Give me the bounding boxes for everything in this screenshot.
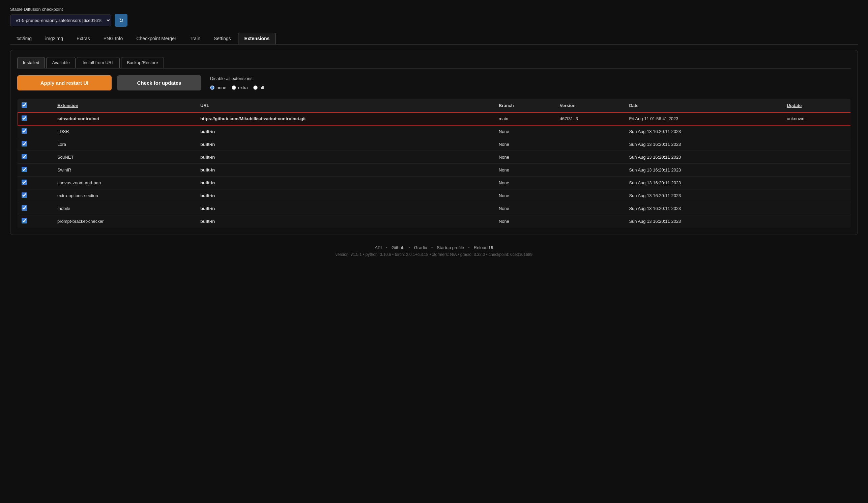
row-ext-version xyxy=(556,138,625,151)
row-checkbox-2[interactable] xyxy=(22,141,27,147)
footer-link-startup-profile[interactable]: Startup profile xyxy=(437,245,464,250)
tab-checkpoint-merger[interactable]: Checkpoint Merger xyxy=(130,33,183,44)
row-ext-name: extra-options-section xyxy=(53,189,196,202)
tab-train[interactable]: Train xyxy=(184,33,207,44)
row-ext-name: prompt-bracket-checker xyxy=(53,215,196,228)
row-ext-branch: None xyxy=(495,215,556,228)
row-ext-version xyxy=(556,177,625,189)
row-checkbox-8[interactable] xyxy=(22,218,27,223)
row-ext-branch: None xyxy=(495,125,556,138)
row-ext-branch: None xyxy=(495,151,556,164)
footer-link-github[interactable]: Github xyxy=(392,245,404,250)
row-ext-version xyxy=(556,215,625,228)
footer-link-gradio[interactable]: Gradio xyxy=(414,245,427,250)
row-ext-update: unknown xyxy=(783,112,850,125)
row-ext-url: built-in xyxy=(196,202,495,215)
subtab-install-from-url[interactable]: Install from URL xyxy=(77,57,120,68)
select-all-checkbox[interactable] xyxy=(22,102,27,108)
row-ext-url: built-in xyxy=(196,138,495,151)
col-date: Date xyxy=(625,99,783,112)
disable-extensions-group: Disable all extensions none extra all xyxy=(210,76,264,90)
check-updates-button[interactable]: Check for updates xyxy=(117,75,201,90)
row-checkbox-6[interactable] xyxy=(22,192,27,198)
row-checkbox-7[interactable] xyxy=(22,205,27,211)
tab-extras[interactable]: Extras xyxy=(70,33,96,44)
row-ext-date: Sun Aug 13 16:20:11 2023 xyxy=(625,125,783,138)
footer: API • Github • Gradio • Startup profile … xyxy=(10,245,858,257)
row-ext-url: built-in xyxy=(196,189,495,202)
row-ext-date: Sun Aug 13 16:20:11 2023 xyxy=(625,202,783,215)
table-row: mobilebuilt-inNoneSun Aug 13 16:20:11 20… xyxy=(18,202,851,215)
refresh-icon: ↻ xyxy=(119,17,123,24)
table-row: extra-options-sectionbuilt-inNoneSun Aug… xyxy=(18,189,851,202)
footer-link-reload-ui[interactable]: Reload UI xyxy=(474,245,493,250)
table-row: LDSRbuilt-inNoneSun Aug 13 16:20:11 2023 xyxy=(18,125,851,138)
row-ext-branch: None xyxy=(495,138,556,151)
action-bar: Apply and restart UI Check for updates D… xyxy=(17,75,851,90)
checkpoint-label: Stable Diffusion checkpoint xyxy=(10,7,858,12)
row-ext-date: Sun Aug 13 16:20:11 2023 xyxy=(625,164,783,177)
row-checkbox-5[interactable] xyxy=(22,180,27,185)
main-tabs: txt2img img2img Extras PNG Info Checkpoi… xyxy=(10,33,858,44)
checkpoint-select[interactable]: v1-5-pruned-emaonly.safetensors [6ce0161… xyxy=(10,14,111,26)
refresh-checkpoint-button[interactable]: ↻ xyxy=(115,14,127,27)
row-ext-update xyxy=(783,138,850,151)
row-ext-url: built-in xyxy=(196,151,495,164)
table-row: SwinIRbuilt-inNoneSun Aug 13 16:20:11 20… xyxy=(18,164,851,177)
apply-restart-button[interactable]: Apply and restart UI xyxy=(17,75,112,90)
tab-png-info[interactable]: PNG Info xyxy=(97,33,130,44)
disable-all-option[interactable]: all xyxy=(253,85,264,90)
footer-links: API • Github • Gradio • Startup profile … xyxy=(10,245,858,250)
row-checkbox-0[interactable] xyxy=(22,115,27,121)
disable-none-option[interactable]: none xyxy=(210,85,226,90)
disable-extra-option[interactable]: extra xyxy=(232,85,248,90)
row-checkbox-4[interactable] xyxy=(22,167,27,172)
col-update[interactable]: Update xyxy=(783,99,850,112)
row-ext-update xyxy=(783,164,850,177)
col-url: URL xyxy=(196,99,495,112)
tab-txt2img[interactable]: txt2img xyxy=(10,33,38,44)
disable-extra-label: extra xyxy=(238,85,248,90)
col-extension[interactable]: Extension xyxy=(53,99,196,112)
disable-all-label: all xyxy=(260,85,264,90)
checkpoint-section: Stable Diffusion checkpoint v1-5-pruned-… xyxy=(10,7,858,27)
col-branch: Branch xyxy=(495,99,556,112)
row-ext-url: built-in xyxy=(196,215,495,228)
tab-settings[interactable]: Settings xyxy=(207,33,237,44)
row-ext-update xyxy=(783,215,850,228)
row-ext-url: built-in xyxy=(196,125,495,138)
table-header: Extension URL Branch Version Date Update xyxy=(18,99,851,112)
row-checkbox-3[interactable] xyxy=(22,154,27,159)
row-ext-date: Sun Aug 13 16:20:11 2023 xyxy=(625,151,783,164)
row-ext-version xyxy=(556,125,625,138)
row-ext-name: Lora xyxy=(53,138,196,151)
subtab-installed[interactable]: Installed xyxy=(17,57,45,68)
table-row: ScuNETbuilt-inNoneSun Aug 13 16:20:11 20… xyxy=(18,151,851,164)
row-ext-branch: None xyxy=(495,189,556,202)
disable-all-radio[interactable] xyxy=(253,85,258,90)
row-ext-version xyxy=(556,151,625,164)
extensions-table: Extension URL Branch Version Date Update… xyxy=(17,99,851,228)
tab-extensions[interactable]: Extensions xyxy=(238,33,276,44)
col-checkbox xyxy=(18,99,53,112)
table-body: sd-webui-controlnethttps://github.com/Mi… xyxy=(18,112,851,228)
row-ext-update xyxy=(783,177,850,189)
row-ext-branch: None xyxy=(495,202,556,215)
row-ext-name: mobile xyxy=(53,202,196,215)
row-ext-update xyxy=(783,151,850,164)
row-ext-update xyxy=(783,189,850,202)
subtab-backup-restore[interactable]: Backup/Restore xyxy=(121,57,164,68)
row-ext-name: ScuNET xyxy=(53,151,196,164)
table-row: prompt-bracket-checkerbuilt-inNoneSun Au… xyxy=(18,215,851,228)
row-checkbox-1[interactable] xyxy=(22,128,27,134)
footer-link-api[interactable]: API xyxy=(375,245,382,250)
subtab-available[interactable]: Available xyxy=(46,57,75,68)
row-ext-name: SwinIR xyxy=(53,164,196,177)
row-ext-url: https://github.com/Mikubill/sd-webui-con… xyxy=(196,112,495,125)
footer-version: version: v1.5.1 • python: 3.10.6 • torch… xyxy=(10,252,858,257)
disable-extra-radio[interactable] xyxy=(232,85,236,90)
tab-img2img[interactable]: img2img xyxy=(39,33,70,44)
disable-extensions-label: Disable all extensions xyxy=(210,76,264,81)
disable-none-radio[interactable] xyxy=(210,85,215,90)
checkpoint-row: v1-5-pruned-emaonly.safetensors [6ce0161… xyxy=(10,14,858,27)
